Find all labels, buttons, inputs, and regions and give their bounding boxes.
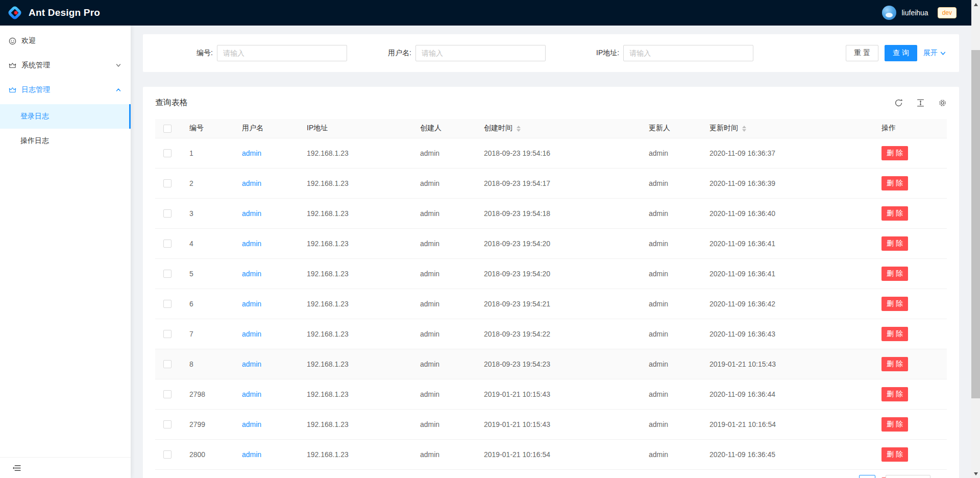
username-link[interactable]: admin xyxy=(242,240,261,248)
user-name: liufeihua xyxy=(901,9,928,17)
cell-created-time: 2019-01-21 10:16:54 xyxy=(476,439,641,469)
row-checkbox[interactable] xyxy=(163,330,172,338)
username-link[interactable]: admin xyxy=(242,209,261,218)
column-header[interactable]: 更新时间 xyxy=(701,119,873,138)
cell-creator: admin xyxy=(412,379,476,409)
row-checkbox[interactable] xyxy=(163,209,172,218)
cell-id: 2799 xyxy=(181,409,234,439)
table-row: 3admin192.168.1.23admin2018-09-23 19:54:… xyxy=(155,198,947,228)
row-checkbox[interactable] xyxy=(163,300,172,308)
row-checkbox[interactable] xyxy=(163,179,172,187)
username-link[interactable]: admin xyxy=(242,330,261,338)
page-1-button[interactable]: 1 xyxy=(859,475,875,478)
scrollbar-up-arrow[interactable] xyxy=(971,0,980,9)
settings-icon[interactable] xyxy=(938,99,947,107)
username-link[interactable]: admin xyxy=(242,270,261,278)
ip-field[interactable] xyxy=(623,45,753,61)
username-field-label: 用户名: xyxy=(388,49,411,58)
delete-button[interactable]: 删 除 xyxy=(881,176,908,190)
table-row: 1admin192.168.1.23admin2018-09-23 19:54:… xyxy=(155,138,947,168)
delete-button[interactable]: 删 除 xyxy=(881,297,908,311)
table-row: 7admin192.168.1.23admin2018-09-23 19:54:… xyxy=(155,319,947,349)
table-header-row: 编号用户名IP地址创建人创建时间更新人更新时间操作 xyxy=(155,119,947,138)
delete-button[interactable]: 删 除 xyxy=(881,327,908,341)
sidebar: 欢迎 系统管理 日志管理 登录 xyxy=(0,26,131,478)
vertical-scrollbar[interactable] xyxy=(971,0,980,478)
column-header: 编号 xyxy=(181,119,234,138)
username-link[interactable]: admin xyxy=(242,179,261,187)
column-header: 更新人 xyxy=(641,119,701,138)
cell-ip: 192.168.1.23 xyxy=(299,289,412,319)
delete-button[interactable]: 删 除 xyxy=(881,387,908,401)
cell-creator: admin xyxy=(412,258,476,289)
cell-created-time: 2019-01-21 10:15:43 xyxy=(476,409,641,439)
query-table: 编号用户名IP地址创建人创建时间更新人更新时间操作 1admin192.168.… xyxy=(155,119,947,478)
cell-id: 6 xyxy=(181,289,234,319)
delete-button[interactable]: 删 除 xyxy=(881,236,908,251)
row-checkbox[interactable] xyxy=(163,360,172,368)
row-checkbox[interactable] xyxy=(163,270,172,278)
username-link[interactable]: admin xyxy=(242,149,261,157)
cell-created-time: 2018-09-23 19:54:20 xyxy=(476,228,641,258)
cell-creator: admin xyxy=(412,228,476,258)
delete-button[interactable]: 删 除 xyxy=(881,206,908,221)
delete-button[interactable]: 删 除 xyxy=(881,267,908,281)
header-user-area[interactable]: liufeihua dev xyxy=(882,0,957,26)
cell-created-time: 2018-09-23 19:54:20 xyxy=(476,258,641,289)
row-checkbox[interactable] xyxy=(163,450,172,459)
delete-button[interactable]: 删 除 xyxy=(881,417,908,432)
form-item-username: 用户名: xyxy=(388,45,546,61)
sidebar-item-login-log[interactable]: 登录日志 xyxy=(0,104,131,129)
sort-icon[interactable] xyxy=(742,126,746,132)
cell-id: 7 xyxy=(181,319,234,349)
sidebar-item-system-management[interactable]: 系统管理 xyxy=(0,55,131,76)
expand-link[interactable]: 展开 xyxy=(923,49,946,58)
row-checkbox[interactable] xyxy=(163,149,172,157)
column-header: 创建人 xyxy=(412,119,476,138)
delete-button[interactable]: 删 除 xyxy=(881,357,908,371)
username-field[interactable] xyxy=(415,45,546,61)
table-toolbar: 查询表格 xyxy=(143,87,959,119)
delete-button[interactable]: 删 除 xyxy=(881,146,908,160)
username-link[interactable]: admin xyxy=(242,300,261,308)
sort-icon[interactable] xyxy=(517,126,521,132)
username-link[interactable]: admin xyxy=(242,450,261,459)
smile-icon xyxy=(9,37,16,45)
username-link[interactable]: admin xyxy=(242,420,261,428)
sidebar-item-label: 欢迎 xyxy=(21,36,36,45)
cell-creator: admin xyxy=(412,319,476,349)
query-button[interactable]: 查 询 xyxy=(885,45,917,61)
sidebar-item-label: 日志管理 xyxy=(21,85,50,94)
scrollbar-down-arrow[interactable] xyxy=(971,469,980,478)
row-checkbox[interactable] xyxy=(163,390,172,398)
refresh-icon[interactable] xyxy=(894,99,903,107)
id-field[interactable] xyxy=(217,45,347,61)
cell-updater: admin xyxy=(641,258,701,289)
sidebar-item-operation-log[interactable]: 操作日志 xyxy=(0,129,131,153)
page-size-select[interactable] xyxy=(886,475,930,478)
sidebar-item-log-management[interactable]: 日志管理 xyxy=(0,80,131,100)
menu-fold-icon[interactable] xyxy=(12,464,21,472)
table-body: 1admin192.168.1.23admin2018-09-23 19:54:… xyxy=(155,138,947,478)
cell-id: 1 xyxy=(181,138,234,168)
cell-ip: 192.168.1.23 xyxy=(299,138,412,168)
cell-id: 2798 xyxy=(181,379,234,409)
row-checkbox[interactable] xyxy=(163,420,172,428)
delete-button[interactable]: 删 除 xyxy=(881,447,908,462)
username-link[interactable]: admin xyxy=(242,390,261,398)
select-all-checkbox[interactable] xyxy=(163,125,172,133)
sidebar-item-label: 系统管理 xyxy=(21,61,50,70)
logo[interactable]: Ant Design Pro xyxy=(7,5,100,20)
column-header[interactable]: 创建时间 xyxy=(476,119,641,138)
chevron-down-icon xyxy=(116,63,121,68)
top-header: Ant Design Pro liufeihua dev xyxy=(0,0,980,26)
column-height-icon[interactable] xyxy=(916,99,925,107)
row-checkbox[interactable] xyxy=(163,240,172,248)
reset-button[interactable]: 重 置 xyxy=(846,45,878,61)
ant-design-logo-icon xyxy=(7,5,22,20)
user-avatar[interactable] xyxy=(882,6,896,20)
scrollbar-thumb[interactable] xyxy=(971,50,980,398)
username-link[interactable]: admin xyxy=(242,360,261,368)
sidebar-item-welcome[interactable]: 欢迎 xyxy=(0,31,131,51)
cell-creator: admin xyxy=(412,409,476,439)
